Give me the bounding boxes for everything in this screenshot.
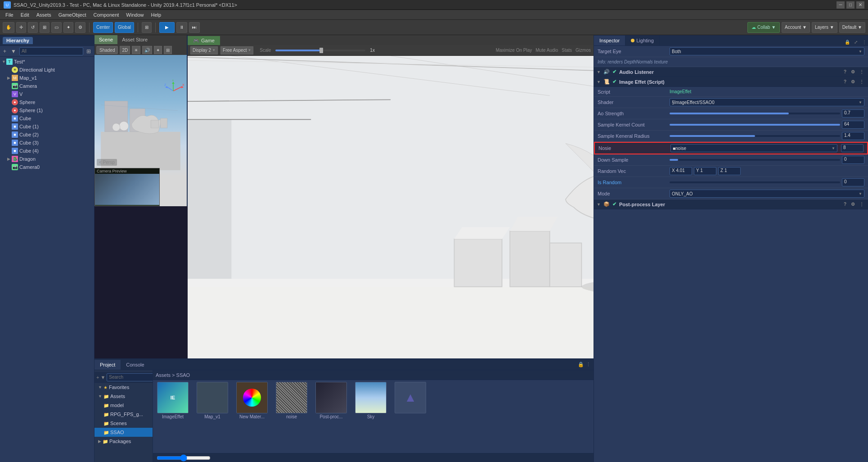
inspector-max-btn[interactable]: ⤢ [852,38,859,45]
rpg-item[interactable]: 📁 RPG_FPS_g... [94,410,153,419]
tab-inspector[interactable]: Inspector [594,36,625,45]
asset-size-slider[interactable] [157,455,211,461]
hierarchy-item-cube3[interactable]: ■ Cube (3) [0,139,94,147]
lock-icon[interactable]: 🔒 [578,362,584,367]
post-settings-btn[interactable]: ⚙ [850,202,856,207]
target-eye-dropdown[interactable]: Both ▼ [670,47,864,55]
menu-edit[interactable]: Edit [17,11,33,18]
tab-scene[interactable]: Scene [94,35,117,44]
expand-arrow[interactable]: ▶ [7,76,12,80]
vec-z-field[interactable]: Z 1 [718,167,741,175]
model-item[interactable]: 📁 model [94,401,153,410]
global-button[interactable]: Global [115,22,134,33]
audio-menu-btn[interactable]: ⋮ [858,69,865,74]
play-button[interactable]: ▶ [159,22,175,33]
script-settings-btn[interactable]: ⚙ [850,79,856,84]
fx-toggle[interactable]: ✦ [154,46,162,54]
ssao-item[interactable]: 📁 SSAO [94,428,153,437]
asset-imageeffet[interactable]: IE ImageEffet [155,382,191,419]
menu-component[interactable]: Component [90,11,122,18]
hierarchy-menu-btn[interactable]: ▼ [9,48,18,54]
asset-noise[interactable]: noise [274,382,310,419]
radius-slider[interactable] [670,135,840,137]
hierarchy-item-cube[interactable]: ■ Cube [0,114,94,122]
hierarchy-filter-btn[interactable]: ⊞ [85,48,92,54]
layers-button[interactable]: Layers ▼ [812,22,837,33]
nosie-number-field[interactable]: 8 [841,144,864,152]
menu-window[interactable]: Window [122,11,147,18]
post-help-btn[interactable]: ? [842,202,848,207]
hierarchy-item-test[interactable]: ▼ T Test* [0,58,94,66]
hierarchy-item-cube1[interactable]: ■ Cube (1) [0,122,94,131]
hierarchy-item-mapv1[interactable]: ▶ M Map_v1 [0,74,94,82]
scale-tool[interactable]: ⊞ [40,22,49,33]
hand-tool[interactable]: ✋ [3,22,14,33]
menu-help[interactable]: Help [147,11,165,18]
snap-button[interactable]: ⊞ [142,22,152,33]
vec-x-field[interactable]: X 4.01 [670,167,692,175]
add-assets-btn[interactable]: + [96,375,99,380]
maximize-label[interactable]: Maximize On Play [496,48,532,53]
hierarchy-item-dirlight[interactable]: ☀ Directional Light [0,66,94,74]
tab-game[interactable]: 🎮 Game [188,36,220,45]
script-help-btn[interactable]: ? [842,79,848,84]
hierarchy-item-dragon[interactable]: ▶ 🐉 Dragon [0,155,94,163]
packages-item[interactable]: ▶ 📁 Packages [94,437,153,446]
shading-dropdown[interactable]: Shaded [96,46,118,54]
assets-search[interactable] [107,373,153,381]
asset-newmaterial[interactable]: New Mater... [234,382,270,419]
menu-assets[interactable]: Assets [33,11,55,18]
audio-toggle[interactable]: 🔊 [142,46,152,54]
hierarchy-item-cube4[interactable]: ■ Cube (4) [0,147,94,155]
add-hierarchy-btn[interactable]: + [2,48,8,54]
kernel-value-field[interactable]: 64 [842,121,864,129]
menu-gameobject[interactable]: GameObject [55,11,90,18]
lighting-toggle[interactable]: ☀ [132,46,140,54]
down-slider[interactable] [670,159,840,161]
window-controls[interactable]: ─ □ ✕ [837,1,864,9]
mode-dropdown[interactable]: ONLY_AO ▼ [670,190,864,198]
image-effet-header[interactable]: ▼ 📜 ✔ Image Effet (Script) ? ⚙ ⋮ [594,77,868,87]
audio-listener-header[interactable]: ▼ 🔊 ✔ Audio Listener ? ⚙ ⋮ [594,67,868,77]
hierarchy-search[interactable] [19,47,83,55]
script-menu-btn[interactable]: ⋮ [858,79,865,84]
combined-tool[interactable]: ✦ [63,22,73,33]
ao-value-field[interactable]: 0.7 [842,109,864,118]
tab-project[interactable]: Project [94,360,121,370]
display-dropdown[interactable]: Display 2 ▼ [190,46,218,54]
hierarchy-item-camera[interactable]: 📷 Camera [0,82,94,90]
collab-button[interactable]: ☁ Collab ▼ [747,22,780,33]
gizmos-toggle[interactable]: ⊞ [164,46,172,54]
audio-help-btn[interactable]: ? [842,69,848,74]
hierarchy-item-v[interactable]: V V [0,90,94,98]
is-random-slider[interactable] [670,181,840,183]
account-button[interactable]: Account ▼ [782,22,810,33]
is-random-value-field[interactable]: 0 [842,178,864,186]
maximize-button[interactable]: □ [846,1,855,9]
scale-slider[interactable] [275,50,365,51]
assets-menu-btn[interactable]: ▼ [100,375,105,380]
scenes-item[interactable]: 📁 Scenes [94,419,153,428]
layout-button[interactable]: Default ▼ [839,22,865,33]
rect-tool[interactable]: ▭ [51,22,62,33]
menu-file[interactable]: File [2,11,17,18]
pause-button[interactable]: ⏸ [176,22,187,33]
asset-postproc[interactable]: Post-proc... [313,382,349,419]
stats-label[interactable]: Stats [562,48,572,53]
bottom-menu-btn[interactable]: ⋮ [586,362,591,367]
hierarchy-item-sphere[interactable]: ● Sphere [0,98,94,106]
center-button[interactable]: Center [93,22,113,33]
shader-dropdown[interactable]: §ImageEffect/SSAO0 ▼ [670,98,864,106]
gizmos-label[interactable]: Gizmos [576,48,591,53]
step-button[interactable]: ⏭ [189,22,200,33]
expand-arrow[interactable]: ▼ [2,59,6,64]
hierarchy-item-camera0[interactable]: 📷 Camera0 [0,163,94,171]
assets-item[interactable]: ▼ 📁 Assets [94,392,153,401]
aspect-dropdown[interactable]: Free Aspect ▼ [220,46,253,54]
move-tool[interactable]: ✛ [16,22,26,33]
nosie-field[interactable]: ■noise ▼ [670,144,837,152]
rotate-tool[interactable]: ↺ [28,22,38,33]
tab-lighting[interactable]: Lighting [625,36,660,45]
kernel-slider[interactable] [670,124,840,126]
scale-thumb[interactable] [319,48,323,53]
